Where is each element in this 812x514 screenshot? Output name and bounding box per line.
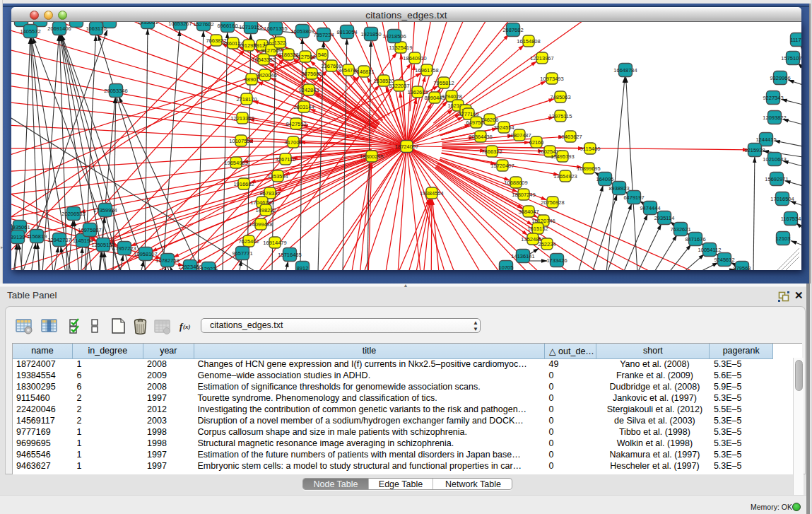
svg-text:879563: 879563 — [733, 265, 751, 271]
svg-text:17016504: 17016504 — [770, 196, 794, 202]
svg-text:7625402: 7625402 — [238, 238, 259, 245]
svg-text:19218506: 19218506 — [382, 33, 406, 40]
svg-text:16648784: 16648784 — [613, 67, 637, 74]
svg-text:8912: 8912 — [297, 265, 309, 271]
svg-text:17957223: 17957223 — [112, 245, 136, 252]
svg-text:3875685: 3875685 — [301, 71, 322, 77]
svg-text:10054112: 10054112 — [698, 247, 722, 253]
svg-text:7485063: 7485063 — [550, 94, 570, 100]
svg-text:39139: 39139 — [11, 234, 25, 240]
svg-text:8215938: 8215938 — [744, 147, 765, 153]
svg-text:10719155: 10719155 — [239, 24, 262, 30]
svg-text:1063170: 1063170 — [86, 25, 106, 32]
svg-text:18724007: 18724007 — [395, 144, 418, 150]
svg-text:8938923: 8938923 — [608, 185, 629, 192]
svg-text:8427552: 8427552 — [286, 121, 306, 127]
svg-text:16914479: 16914479 — [263, 240, 286, 246]
svg-text:12942737: 12942737 — [47, 237, 71, 243]
svg-text:9115460: 9115460 — [580, 146, 601, 152]
svg-text:9474444: 9474444 — [640, 205, 660, 211]
svg-text:12505135: 12505135 — [91, 242, 114, 248]
svg-text:15751074: 15751074 — [781, 55, 801, 62]
svg-text:8678332: 8678332 — [259, 190, 280, 197]
svg-text:10705: 10705 — [499, 264, 514, 271]
svg-text:1935061: 1935061 — [11, 224, 30, 230]
svg-text:16671355: 16671355 — [264, 25, 287, 32]
svg-text:7357234: 7357234 — [313, 32, 334, 38]
svg-text:9127508: 9127508 — [295, 54, 315, 60]
svg-text:1405572: 1405572 — [20, 28, 40, 35]
svg-text:16543382: 16543382 — [252, 57, 275, 63]
svg-text:15716485: 15716485 — [278, 252, 301, 258]
svg-text:9242843: 9242843 — [298, 87, 319, 93]
svg-text:164095: 164095 — [596, 176, 613, 182]
svg-text:6966160: 6966160 — [217, 23, 237, 29]
svg-text:9227343: 9227343 — [763, 95, 783, 101]
svg-text:19654983: 19654983 — [224, 160, 247, 166]
svg-text:(x): (x) — [183, 323, 191, 330]
svg-text:15720407: 15720407 — [490, 163, 514, 169]
svg-text:12923466: 12923466 — [178, 264, 201, 270]
svg-text:1322: 1322 — [274, 40, 286, 46]
svg-text:10899695: 10899695 — [577, 165, 600, 172]
svg-text:18807249: 18807249 — [512, 192, 535, 198]
svg-text:1156819: 1156819 — [27, 233, 47, 240]
svg-text:9245612: 9245612 — [714, 257, 734, 263]
svg-text:16961758: 16961758 — [415, 67, 438, 74]
svg-text:746206: 746206 — [481, 117, 498, 123]
svg-text:1935061: 1935061 — [137, 22, 158, 25]
svg-text:19384554: 19384554 — [420, 190, 443, 197]
svg-text:10958107: 10958107 — [134, 251, 157, 257]
svg-text:12213967: 12213967 — [530, 55, 553, 62]
svg-text:18300295: 18300295 — [360, 153, 383, 160]
svg-text:29053346: 29053346 — [104, 88, 127, 94]
svg-text:20691406: 20691406 — [47, 25, 71, 32]
svg-text:1353594: 1353594 — [267, 173, 288, 180]
svg-text:20756928: 20756928 — [541, 199, 564, 206]
svg-text:16782759: 16782759 — [155, 257, 179, 264]
svg-text:7632621: 7632621 — [670, 226, 690, 233]
svg-text:8813054: 8813054 — [336, 29, 357, 35]
svg-text:13495793: 13495793 — [551, 153, 574, 160]
svg-text:12103: 12103 — [776, 235, 791, 242]
svg-text:19463627: 19463627 — [558, 134, 582, 140]
svg-text:20206533: 20206533 — [61, 211, 85, 217]
svg-text:10807487: 10807487 — [507, 132, 531, 139]
svg-text:12093822: 12093822 — [763, 115, 786, 121]
svg-text:62160: 62160 — [529, 139, 544, 146]
svg-text:3267110: 3267110 — [276, 156, 296, 163]
svg-text:15692971: 15692971 — [765, 176, 788, 182]
svg-text:2935114: 2935114 — [654, 215, 675, 221]
svg-text:9146821: 9146821 — [353, 69, 374, 75]
svg-text:10107552: 10107552 — [229, 138, 252, 144]
svg-text:1145194: 1145194 — [73, 238, 93, 244]
svg-text:10210643: 10210643 — [763, 156, 786, 163]
svg-text:546: 546 — [318, 52, 327, 58]
svg-text:7866322: 7866322 — [481, 148, 502, 155]
svg-text:10973493: 10973493 — [540, 76, 563, 82]
svg-text:6479197: 6479197 — [623, 194, 644, 201]
svg-text:1615132: 1615132 — [527, 226, 548, 232]
svg-text:9777169: 9777169 — [458, 111, 478, 117]
svg-text:8471676: 8471676 — [685, 236, 705, 243]
svg-text:20364436: 20364436 — [469, 134, 492, 140]
svg-text:13654923: 13654923 — [553, 173, 577, 180]
svg-text:3684047: 3684047 — [518, 209, 539, 215]
svg-text:417006: 417006 — [284, 139, 302, 146]
svg-text:98901: 98901 — [245, 76, 259, 83]
svg-text:16154808: 16154808 — [517, 38, 540, 45]
svg-text:19975887: 19975887 — [78, 227, 101, 233]
svg-text:1167534: 1167534 — [781, 216, 801, 222]
svg-text:10653267: 10653267 — [168, 22, 192, 27]
svg-text:8322037: 8322037 — [389, 83, 409, 89]
svg-text:18640910: 18640910 — [403, 55, 426, 62]
svg-text:1527602: 1527602 — [193, 22, 213, 28]
svg-text:1244415: 1244415 — [755, 136, 776, 143]
svg-text:14099488: 14099488 — [249, 221, 272, 228]
svg-text:17359934: 17359934 — [93, 207, 117, 214]
svg-text:1921850: 1921850 — [360, 31, 381, 37]
svg-text:9329966: 9329966 — [770, 75, 790, 81]
svg-text:7955812: 7955812 — [433, 80, 454, 86]
svg-text:12213369: 12213369 — [230, 115, 254, 122]
svg-text:2687682: 2687682 — [502, 27, 523, 33]
